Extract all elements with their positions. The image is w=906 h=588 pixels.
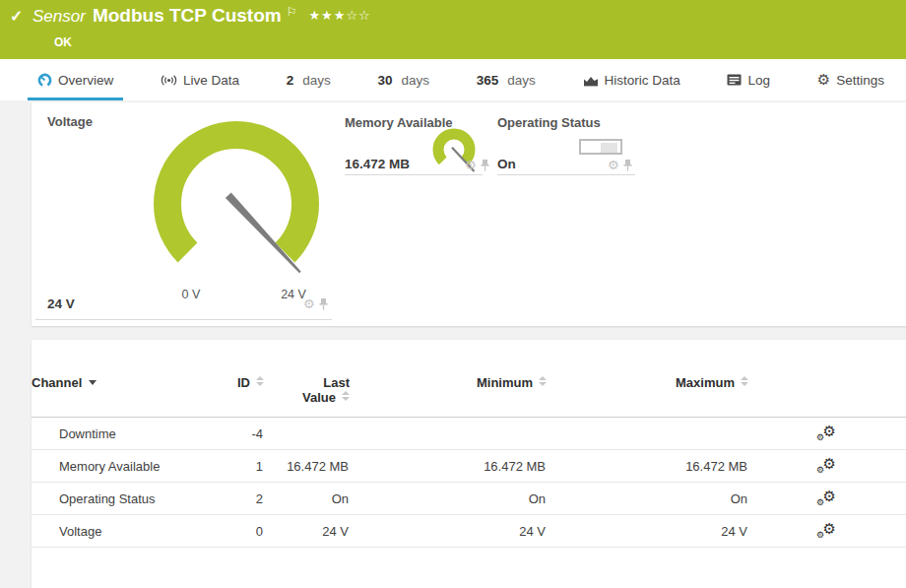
tab-overview[interactable]: Overview bbox=[28, 59, 123, 100]
table-row[interactable]: Downtime -4 ⚙⚙ bbox=[32, 418, 906, 450]
table-row[interactable]: Memory Available 1 16.472 MB 16.472 MB 1… bbox=[32, 450, 906, 483]
tab-label: Overview bbox=[58, 73, 113, 88]
cell-last-value: 24 V bbox=[264, 515, 350, 548]
cell-maximum: On bbox=[547, 483, 748, 515]
sensor-header: ✓ SensorModbus TCP Custom⚐★★★☆☆ OK bbox=[0, 0, 906, 59]
cell-id: 0 bbox=[228, 515, 264, 548]
divider bbox=[35, 319, 332, 320]
settings-gear-icon: ⚙ bbox=[817, 71, 830, 89]
column-header-maximum[interactable]: Maximum bbox=[547, 340, 748, 418]
live-data-icon bbox=[161, 74, 177, 87]
tab-label: Log bbox=[747, 73, 770, 88]
cell-minimum: On bbox=[350, 483, 547, 515]
gear-icon[interactable]: ⚙ bbox=[465, 160, 477, 171]
gear-icon[interactable]: ⚙ bbox=[303, 298, 315, 310]
table-row[interactable]: Operating Status 2 On On On ⚙⚙ bbox=[32, 483, 906, 515]
gauges-panel: Voltage 0 V 24 V 24 V ⚙ Memory Available… bbox=[32, 102, 906, 326]
priority-flag-icon[interactable]: ⚐ bbox=[287, 5, 297, 19]
cell-maximum bbox=[547, 418, 748, 450]
edit-channel-icon[interactable]: ⚙⚙ bbox=[816, 456, 836, 474]
table-header-row: Channel ID Last Value Minimum Maximum bbox=[32, 340, 906, 418]
tab-log[interactable]: Log bbox=[717, 59, 780, 100]
tab-label: Live Data bbox=[183, 73, 239, 88]
cell-last-value: 16.472 MB bbox=[264, 450, 350, 483]
channels-panel: Channel ID Last Value Minimum Maximum bbox=[32, 340, 906, 588]
sensor-title-row: SensorModbus TCP Custom⚐★★★☆☆ bbox=[32, 5, 371, 27]
tab-365-days[interactable]: 365 days bbox=[467, 59, 546, 100]
gear-icon[interactable]: ⚙ bbox=[608, 160, 619, 171]
channel-value: 16.472 MB bbox=[345, 157, 410, 171]
channel-value: On bbox=[497, 157, 516, 171]
ok-check-icon: ✓ bbox=[10, 7, 23, 26]
cell-maximum: 24 V bbox=[547, 515, 748, 548]
tab-days-unit: days bbox=[507, 73, 536, 88]
tab-historic-data[interactable]: Historic Data bbox=[573, 59, 690, 100]
divider bbox=[497, 174, 635, 175]
gauge-min-label: 0 V bbox=[169, 288, 213, 301]
edit-channel-icon[interactable]: ⚙⚙ bbox=[816, 521, 836, 539]
sort-desc-icon bbox=[89, 380, 97, 385]
gauge-icon bbox=[37, 73, 52, 88]
voltage-gauge bbox=[148, 115, 325, 293]
tab-days-number: 30 bbox=[377, 73, 392, 88]
stars-filled[interactable]: ★★★ bbox=[308, 8, 346, 23]
tab-days-unit: days bbox=[402, 73, 430, 88]
cell-channel: Memory Available bbox=[32, 450, 228, 483]
status-badge: OK bbox=[54, 35, 72, 49]
edit-channel-icon[interactable]: ⚙⚙ bbox=[816, 424, 836, 441]
historic-chart-icon bbox=[583, 74, 599, 87]
tab-days-number: 365 bbox=[477, 73, 499, 88]
widget-actions[interactable]: ⚙ bbox=[608, 160, 632, 171]
pin-icon[interactable] bbox=[623, 160, 632, 171]
tab-label: Historic Data bbox=[605, 73, 680, 88]
cell-id: 2 bbox=[228, 483, 264, 515]
tab-label: Settings bbox=[836, 73, 884, 88]
cell-id: -4 bbox=[228, 418, 264, 450]
widget-title: Operating Status bbox=[497, 115, 601, 130]
cell-last-value: On bbox=[264, 483, 350, 515]
cell-minimum bbox=[350, 418, 547, 450]
column-label: Minimum bbox=[477, 375, 533, 390]
tab-days-number: 2 bbox=[287, 73, 294, 88]
tab-settings[interactable]: ⚙ Settings bbox=[808, 59, 894, 100]
cell-channel: Voltage bbox=[32, 515, 228, 548]
toggle-knob bbox=[601, 143, 617, 153]
cell-channel: Downtime bbox=[32, 418, 228, 450]
sort-icon bbox=[256, 376, 264, 386]
page-title: Modbus TCP Custom bbox=[93, 5, 282, 26]
column-label: Last bbox=[323, 375, 350, 390]
column-header-id[interactable]: ID bbox=[228, 340, 264, 418]
priority-stars[interactable]: ★★★☆☆ bbox=[308, 8, 370, 23]
column-header-minimum[interactable]: Minimum bbox=[350, 340, 547, 418]
tab-2-days[interactable]: 2 days bbox=[277, 59, 341, 100]
widget-actions[interactable]: ⚙ bbox=[303, 298, 328, 310]
log-icon bbox=[727, 74, 742, 86]
object-kind-label: Sensor bbox=[32, 7, 86, 26]
column-header-last-value[interactable]: Last Value bbox=[264, 340, 350, 418]
column-label: Maximum bbox=[676, 375, 735, 390]
status-toggle bbox=[579, 139, 622, 155]
tab-live-data[interactable]: Live Data bbox=[151, 59, 249, 100]
sort-icon bbox=[539, 376, 547, 386]
channel-table: Channel ID Last Value Minimum Maximum bbox=[32, 340, 906, 548]
tab-30-days[interactable]: 30 days bbox=[367, 59, 439, 100]
table-row[interactable]: Voltage 0 24 V 24 V 24 V ⚙⚙ bbox=[32, 515, 906, 548]
cell-maximum: 16.472 MB bbox=[547, 450, 748, 483]
widget-actions[interactable]: ⚙ bbox=[465, 160, 489, 171]
pin-icon[interactable] bbox=[481, 160, 489, 171]
prtg-sensor-page: { "icons": { "check": "✓", "flag": "⚐", … bbox=[0, 0, 906, 588]
cell-minimum: 16.472 MB bbox=[350, 450, 547, 483]
column-header-actions bbox=[748, 340, 906, 418]
cell-channel: Operating Status bbox=[32, 483, 228, 515]
cell-minimum: 24 V bbox=[350, 515, 547, 548]
column-label: Value bbox=[302, 390, 336, 405]
tab-bar: Overview Live Data 2 days 30 days 365 da… bbox=[0, 59, 906, 100]
pin-icon[interactable] bbox=[319, 298, 328, 310]
cell-last-value bbox=[264, 418, 350, 450]
column-header-channel[interactable]: Channel bbox=[32, 340, 228, 418]
cell-id: 1 bbox=[228, 450, 264, 483]
stars-empty[interactable]: ☆☆ bbox=[346, 8, 370, 23]
channel-value: 24 V bbox=[47, 296, 75, 311]
divider bbox=[345, 174, 483, 175]
edit-channel-icon[interactable]: ⚙⚙ bbox=[816, 489, 836, 506]
